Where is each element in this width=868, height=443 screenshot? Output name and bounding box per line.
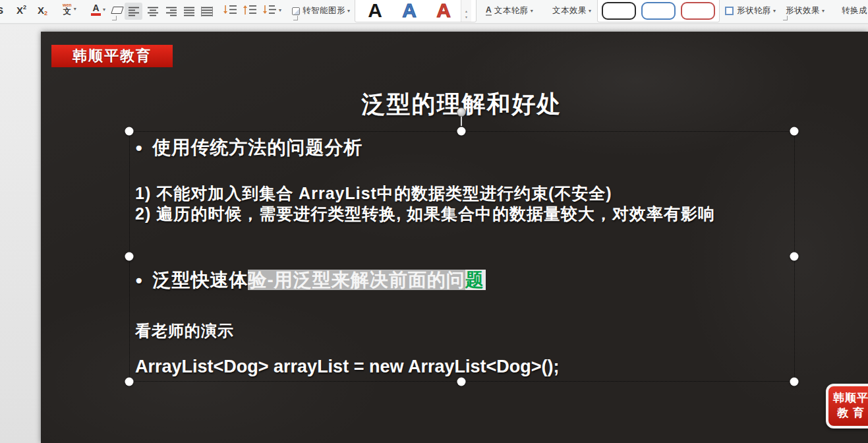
phonetic-icon: wen 文: [63, 3, 72, 15]
superscript-button[interactable]: X2: [16, 5, 26, 16]
align-distribute-button[interactable]: [198, 3, 216, 20]
chevron-down-icon: ▾: [347, 8, 350, 14]
numbered-point-2[interactable]: 2) 遍历的时候，需要进行类型转换, 如果集合中的数据量较大，对效率有影响: [135, 204, 715, 224]
convert-to-button[interactable]: 转换成: [842, 5, 867, 16]
numbered-point-1[interactable]: 1) 不能对加入到集合 ArrayList中的数据类型进行约束(不安全): [135, 183, 612, 204]
gallery-scrollbar[interactable]: ▴ ▾: [461, 0, 471, 22]
bullet-line-2[interactable]: ●泛型快速体验-用泛型来解决前面的问题: [135, 268, 486, 293]
font-group-dialog-launcher[interactable]: [112, 16, 117, 20]
text-effects-button[interactable]: 文本效果 ▾: [552, 5, 591, 16]
code-line[interactable]: ArrayList<Dog> arrayList = new ArrayList…: [135, 357, 559, 377]
selection-handle-middle-right[interactable]: [790, 252, 799, 261]
slide-canvas[interactable]: 韩顺平教育 泛型的理解和好处 ●使用传统方法的问题分析 1) 不能对加入到集合 …: [41, 32, 868, 443]
wordart-style-red[interactable]: A: [426, 0, 461, 22]
chevron-down-icon: ▾: [822, 8, 825, 14]
line-spacing-options-button[interactable]: ▾: [262, 4, 281, 16]
bullet-line-2-normal: 泛型快速体: [152, 270, 248, 290]
scroll-down-icon[interactable]: ▾: [465, 15, 467, 21]
line-spacing-increase-icon: [243, 4, 257, 16]
line-spacing-icon: [262, 4, 277, 16]
line-spacing-decrease-icon: [223, 4, 237, 16]
shape-style-blue[interactable]: [641, 2, 676, 20]
textbox-selection-border[interactable]: [129, 131, 795, 382]
paragraph-group-dialog-launcher[interactable]: [293, 16, 298, 20]
chevron-down-icon: ▾: [74, 6, 76, 12]
shape-effects-button[interactable]: 形状效果 ▾: [786, 5, 825, 16]
demo-line[interactable]: 看老师的演示: [135, 320, 234, 341]
superscript-icon: 2: [23, 4, 26, 11]
align-distribute-icon: [201, 6, 213, 16]
selection-handle-top-left[interactable]: [125, 127, 134, 136]
corner-badge-line1: 韩顺平: [833, 391, 868, 406]
clear-format-button[interactable]: [112, 7, 123, 14]
brand-badge: 韩顺平教育: [51, 45, 173, 67]
bullet-line-1[interactable]: ●使用传统方法的问题分析: [135, 135, 362, 160]
wordart-style-black[interactable]: A: [358, 0, 392, 22]
chevron-down-icon: ▾: [773, 8, 776, 14]
font-color-button[interactable]: A ▾: [91, 3, 105, 16]
shape-style-red[interactable]: [681, 2, 715, 20]
selection-handle-bottom-left[interactable]: [125, 378, 134, 386]
selection-handle-bottom-right[interactable]: [790, 378, 799, 386]
text-outline-button[interactable]: A 文本轮廓 ▾: [486, 5, 533, 16]
selection-handle-top-right[interactable]: [790, 127, 799, 136]
chevron-down-icon: ▾: [279, 7, 281, 13]
smart-graphic-icon: [292, 7, 300, 15]
ribbon-toolbar: S X2 X2 wen 文 ▾ A ▾: [0, 0, 868, 24]
subscript-icon: 2: [44, 10, 47, 16]
phonetic-guide-button[interactable]: wen 文 ▾: [63, 3, 76, 15]
align-right-button[interactable]: [162, 3, 180, 20]
align-left-icon: [128, 6, 140, 16]
ime-composing-char: 题: [465, 270, 486, 290]
bullet-icon: ●: [135, 140, 143, 154]
shape-style-black[interactable]: [602, 2, 636, 20]
rotate-handle-stem: [461, 116, 462, 126]
align-left-button[interactable]: [125, 3, 142, 20]
font-color-icon: A: [91, 3, 101, 16]
wordart-gallery[interactable]: A A A ▴ ▾: [355, 0, 477, 22]
corner-badge-line2: 教 育: [837, 406, 865, 421]
subscript-button[interactable]: X2: [38, 5, 47, 16]
bullet-line-1-text: 使用传统方法的问题分析: [152, 137, 362, 158]
shape-outline-icon: [725, 7, 734, 15]
align-justify-button[interactable]: [180, 3, 198, 20]
align-right-icon: [165, 6, 177, 16]
chevron-down-icon: ▾: [589, 8, 591, 14]
corner-brand-badge: 韩顺平 教 育: [826, 384, 868, 428]
scroll-up-icon[interactable]: ▴: [465, 9, 467, 15]
strikethrough-button[interactable]: S: [0, 5, 3, 16]
selection-handle-middle-left[interactable]: [125, 252, 134, 261]
line-spacing-increase-button[interactable]: [243, 4, 257, 16]
rotate-handle[interactable]: [457, 107, 466, 117]
chevron-down-icon: ▾: [103, 7, 105, 13]
strikethrough-icon: S: [0, 5, 3, 16]
selection-handle-top-center[interactable]: [457, 127, 466, 136]
bullet-icon: ●: [135, 273, 143, 287]
shape-group-dialog-launcher[interactable]: [783, 16, 788, 20]
shape-style-gallery[interactable]: [597, 0, 720, 22]
wordart-style-blue[interactable]: A: [392, 0, 426, 22]
align-center-button[interactable]: [144, 3, 161, 20]
chevron-down-icon: ▾: [531, 8, 533, 14]
align-justify-icon: [183, 6, 195, 16]
selected-text-highlight: 验-用泛型来解决前面的问: [248, 270, 465, 290]
align-center-icon: [147, 6, 159, 16]
text-outline-icon: A: [486, 6, 492, 16]
selection-handle-bottom-center[interactable]: [457, 378, 466, 386]
line-spacing-decrease-button[interactable]: [223, 4, 237, 16]
convert-smart-graphic-button[interactable]: 转智能图形 ▾: [292, 5, 350, 16]
shape-outline-button[interactable]: 形状轮廓 ▾: [725, 5, 776, 16]
eraser-icon: [111, 7, 124, 14]
